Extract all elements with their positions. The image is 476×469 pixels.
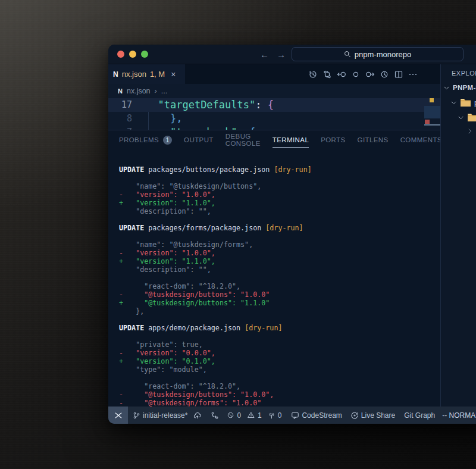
prev-change-icon[interactable]	[337, 70, 346, 79]
terminal-line: "private": true,	[119, 340, 440, 349]
panel-tab-label: GITLENS	[358, 136, 389, 143]
close-window-button[interactable]	[117, 51, 124, 58]
remote-icon	[114, 411, 123, 420]
folder-item[interactable]: packages	[450, 98, 476, 107]
explorer-sidebar: EXPLORER PNPM-MONOREPO packages	[440, 64, 476, 407]
tree-item-partial[interactable]	[466, 128, 473, 135]
git-merge-icon	[211, 411, 219, 420]
panel-tab-bar: PROBLEMS1OUTPUTDEBUG CONSOLETERMINALPORT…	[108, 130, 440, 149]
terminal-line: - "version": "0.0.0",	[119, 349, 440, 357]
git-branch-status[interactable]: initial-release*	[133, 411, 202, 420]
tab-badge: 1, M	[150, 70, 165, 79]
terminal-line	[119, 374, 440, 382]
minimap[interactable]	[424, 98, 440, 130]
code-text: "typecheck": {	[146, 126, 255, 130]
git-merge-status[interactable]	[211, 411, 219, 420]
current-change-icon[interactable]	[351, 70, 361, 79]
tab-close-icon[interactable]: ×	[171, 70, 176, 79]
minimize-window-button[interactable]	[129, 51, 136, 58]
terminal-line	[119, 232, 440, 240]
breadcrumb[interactable]: N nx.json › ...	[108, 84, 440, 98]
terminal-line: - "@tuskdesign/forms": "1.0.0"	[119, 399, 440, 407]
terminal-output[interactable]: UPDATE packages/buttons/package.json [dr…	[108, 149, 440, 407]
workspace-root-label: PNPM-MONOREPO	[453, 84, 476, 91]
cloud-upload-icon[interactable]	[193, 411, 202, 420]
terminal-line: UPDATE packages/buttons/package.json [dr…	[119, 165, 440, 174]
code-line[interactable]: 17 "targetDefaults": {	[108, 98, 440, 112]
git-graph-status[interactable]: Git Graph	[404, 411, 435, 420]
zoom-window-button[interactable]	[141, 51, 148, 58]
panel-tab-comments[interactable]: COMMENTS	[400, 130, 442, 149]
vim-mode-status: -- NORMAL --	[442, 411, 476, 420]
problems-status[interactable]: 0 1	[227, 411, 261, 420]
live-share-label: Live Share	[361, 411, 395, 420]
tab-label: nx.json	[122, 70, 146, 79]
chevron-down-icon	[450, 99, 457, 106]
breadcrumb-more[interactable]: ...	[161, 87, 167, 95]
indent-guide	[148, 112, 149, 126]
breadcrumb-file[interactable]: nx.json	[127, 87, 151, 95]
codestream-status[interactable]: CodeStream	[291, 411, 342, 420]
terminal-line: + "version": "0.1.0",	[119, 357, 440, 365]
terminal-line	[119, 274, 440, 282]
terminal-line: + "@tuskdesign/buttons": "1.1.0"	[119, 299, 440, 307]
terminal-line: - "@tuskdesign/buttons": "1.0.0",	[119, 390, 440, 399]
panel-tab-output[interactable]: OUTPUT	[184, 130, 214, 149]
chevron-down-icon	[443, 85, 450, 91]
remote-indicator[interactable]	[108, 407, 128, 424]
tab-nx-json[interactable]: N nx.json 1, M ×	[108, 64, 185, 84]
line-number: 8	[108, 112, 136, 126]
search-value: pnpm-monorepo	[355, 50, 411, 59]
code-line[interactable]: 8 },	[108, 112, 440, 126]
nav-forward-icon[interactable]: →	[277, 49, 286, 60]
more-actions-icon[interactable]	[408, 70, 418, 79]
editor-lines: 17 "targetDefaults": {8 },7 "typecheck":…	[108, 98, 440, 130]
next-change-icon[interactable]	[365, 70, 375, 79]
panel-tab-label: PROBLEMS	[119, 136, 159, 143]
nx-logo-icon: N	[113, 70, 118, 79]
panel-tab-ports[interactable]: PORTS	[321, 130, 345, 149]
terminal-line	[119, 174, 440, 182]
nav-back-icon[interactable]: ←	[260, 49, 269, 60]
line-number: 7	[108, 126, 136, 130]
code-line[interactable]: 7 "typecheck": {	[108, 126, 440, 130]
panel-tab-debug-console[interactable]: DEBUG CONSOLE	[226, 130, 261, 149]
status-bar: initial-release* 0 1 0 CodeStream Live S…	[108, 407, 476, 424]
breadcrumb-separator-icon: ›	[155, 87, 157, 95]
code-text: "targetDefaults": {	[146, 98, 274, 112]
live-share-status[interactable]: Live Share	[350, 411, 395, 420]
minimap-viewport-line	[424, 124, 440, 126]
terminal-line: "description": "",	[119, 207, 440, 215]
terminal-line: - "version": "1.0.0",	[119, 249, 440, 257]
minimap-error-mark	[425, 120, 430, 124]
run-clock-icon[interactable]	[380, 70, 389, 79]
panel-tab-label: OUTPUT	[184, 136, 214, 143]
terminal-line: UPDATE packages/forms/package.json [dry-…	[119, 224, 440, 232]
panel-tab-label: TERMINAL	[273, 136, 309, 143]
warning-icon	[247, 411, 255, 419]
terminal-line	[119, 332, 440, 340]
split-editor-icon[interactable]	[394, 70, 403, 79]
broadcast-count: 0	[278, 411, 282, 420]
timeline-history-icon[interactable]	[308, 70, 318, 79]
workspace-root-item[interactable]: PNPM-MONOREPO	[443, 84, 476, 91]
terminal-line: "react-dom": "^18.2.0",	[119, 282, 440, 290]
folder-item[interactable]	[458, 113, 476, 122]
panel-tab-terminal[interactable]: TERMINAL	[273, 130, 309, 149]
git-compare-icon[interactable]	[322, 70, 332, 79]
command-center-search[interactable]: pnpm-monorepo	[292, 47, 464, 61]
broadcast-status[interactable]: 0	[268, 411, 282, 420]
error-icon	[227, 411, 234, 419]
chevron-right-icon	[466, 128, 473, 135]
vscode-window: ← → pnpm-monorepo N nx.json 1, M ×	[108, 45, 476, 424]
nx-logo-icon: N	[118, 87, 123, 95]
panel-tab-gitlens[interactable]: GITLENS	[358, 130, 389, 149]
error-count: 0	[237, 411, 241, 420]
panel-tab-problems[interactable]: PROBLEMS1	[119, 130, 172, 149]
editor-pane[interactable]: 17 "targetDefaults": {8 },7 "typecheck":…	[108, 98, 440, 130]
traffic-lights	[117, 51, 148, 58]
bottom-panel: PROBLEMS1OUTPUTDEBUG CONSOLETERMINALPORT…	[108, 130, 440, 407]
broadcast-tower-icon	[268, 411, 275, 420]
minimap-slider[interactable]	[424, 106, 440, 118]
problems-count-badge: 1	[163, 136, 172, 145]
